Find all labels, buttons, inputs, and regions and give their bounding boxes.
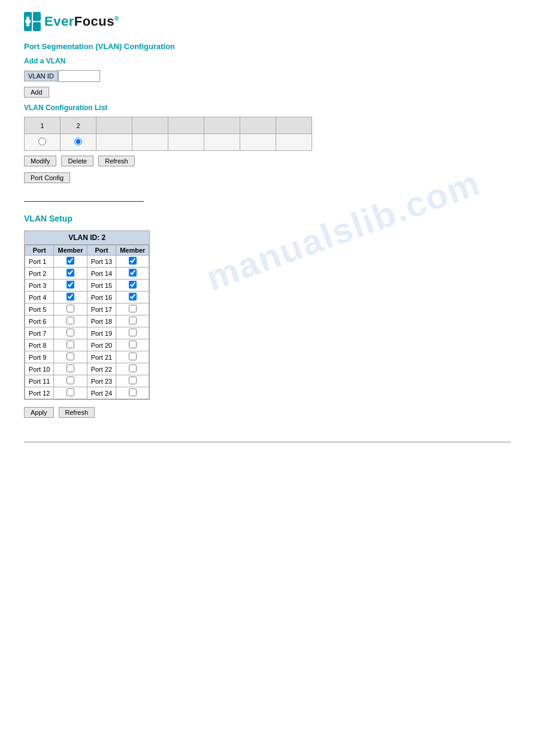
col-member-left: Member xyxy=(54,245,87,256)
member-checkbox-right-8[interactable] xyxy=(116,339,149,351)
checkbox-right-5[interactable] xyxy=(129,305,137,312)
vlan-id-label: VLAN ID xyxy=(24,71,58,81)
add-button[interactable]: Add xyxy=(24,87,49,98)
member-checkbox-left-12[interactable] xyxy=(54,387,87,399)
col-member-right: Member xyxy=(116,245,149,256)
vlan-config-list-title: VLAN Configuration List xyxy=(24,104,511,112)
port-config-button[interactable]: Port Config xyxy=(24,172,70,183)
vlan-radio-2-cell[interactable] xyxy=(61,134,96,151)
port-label-left-3: Port 3 xyxy=(25,280,54,292)
port-row-3: Port 3Port 15 xyxy=(25,280,149,292)
add-vlan-title: Add a VLAN xyxy=(24,57,511,65)
checkbox-left-4[interactable] xyxy=(67,293,74,300)
port-label-right-4: Port 16 xyxy=(87,292,116,303)
checkbox-right-3[interactable] xyxy=(129,281,137,289)
checkbox-left-8[interactable] xyxy=(67,341,74,348)
logo-text: EverFocus® xyxy=(44,14,119,29)
vlan-col-7 xyxy=(240,117,276,134)
member-checkbox-left-8[interactable] xyxy=(54,339,87,351)
port-label-left-2: Port 2 xyxy=(25,268,54,280)
member-checkbox-left-6[interactable] xyxy=(54,315,87,327)
svg-rect-4 xyxy=(25,20,31,23)
port-label-left-4: Port 4 xyxy=(25,292,54,303)
vlan-radio-1[interactable] xyxy=(38,138,46,145)
checkbox-right-10[interactable] xyxy=(129,365,137,372)
apply-button[interactable]: Apply xyxy=(24,407,54,418)
member-checkbox-left-1[interactable] xyxy=(54,256,87,268)
everfocus-logo-icon xyxy=(24,12,41,31)
checkbox-right-1[interactable] xyxy=(129,257,137,265)
col-port-right: Port xyxy=(87,245,116,256)
refresh-button-top[interactable]: Refresh xyxy=(98,156,135,166)
checkbox-left-6[interactable] xyxy=(67,317,74,324)
port-label-left-9: Port 9 xyxy=(25,351,54,363)
checkbox-right-8[interactable] xyxy=(129,341,137,348)
checkbox-left-3[interactable] xyxy=(67,281,74,289)
member-checkbox-left-10[interactable] xyxy=(54,363,87,375)
member-checkbox-left-4[interactable] xyxy=(54,292,87,303)
refresh-button-bottom[interactable]: Refresh xyxy=(59,407,95,418)
vlan-list-header-row: 1 2 xyxy=(25,117,312,134)
port-row-11: Port 11Port 23 xyxy=(25,375,149,387)
member-checkbox-left-11[interactable] xyxy=(54,375,87,387)
vlan-radio-2[interactable] xyxy=(74,138,82,145)
vlan-config-table: 1 2 xyxy=(24,117,312,151)
port-row-10: Port 10Port 22 xyxy=(25,363,149,375)
modify-button[interactable]: Modify xyxy=(24,156,56,166)
vlan-id-header: VLAN ID: 2 xyxy=(25,231,149,245)
member-checkbox-right-7[interactable] xyxy=(116,327,149,339)
logo-reg: ® xyxy=(114,16,119,22)
port-label-right-6: Port 18 xyxy=(87,315,116,327)
member-checkbox-right-5[interactable] xyxy=(116,303,149,315)
member-checkbox-right-2[interactable] xyxy=(116,268,149,280)
port-row-12: Port 12Port 24 xyxy=(25,387,149,399)
checkbox-right-2[interactable] xyxy=(129,269,137,277)
checkbox-left-2[interactable] xyxy=(67,269,74,277)
member-checkbox-right-6[interactable] xyxy=(116,315,149,327)
checkbox-right-7[interactable] xyxy=(129,329,137,336)
vlan-radio-1-cell[interactable] xyxy=(25,134,61,151)
checkbox-right-12[interactable] xyxy=(129,388,137,396)
checkbox-left-7[interactable] xyxy=(67,329,74,336)
member-checkbox-left-3[interactable] xyxy=(54,280,87,292)
port-label-left-11: Port 11 xyxy=(25,375,54,387)
checkbox-left-11[interactable] xyxy=(67,377,74,384)
member-checkbox-right-11[interactable] xyxy=(116,375,149,387)
checkbox-right-11[interactable] xyxy=(129,377,137,384)
member-checkbox-right-9[interactable] xyxy=(116,351,149,363)
vlan-list-buttons: Modify Delete Refresh xyxy=(24,156,511,166)
port-row-9: Port 9Port 21 xyxy=(25,351,149,363)
member-checkbox-left-9[interactable] xyxy=(54,351,87,363)
vlan-setup-buttons: Apply Refresh xyxy=(24,407,511,418)
member-checkbox-right-4[interactable] xyxy=(116,292,149,303)
port-row-1: Port 1Port 13 xyxy=(25,256,149,268)
port-label-right-2: Port 14 xyxy=(87,268,116,280)
vlan-col-8 xyxy=(276,117,312,134)
checkbox-right-6[interactable] xyxy=(129,317,137,324)
member-checkbox-right-3[interactable] xyxy=(116,280,149,292)
member-checkbox-right-1[interactable] xyxy=(116,256,149,268)
port-label-right-7: Port 19 xyxy=(87,327,116,339)
member-checkbox-left-7[interactable] xyxy=(54,327,87,339)
checkbox-right-9[interactable] xyxy=(129,353,137,360)
checkbox-right-4[interactable] xyxy=(129,293,137,300)
member-checkbox-right-10[interactable] xyxy=(116,363,149,375)
port-label-right-5: Port 17 xyxy=(87,303,116,315)
vlan-col-4 xyxy=(132,117,168,134)
checkbox-left-10[interactable] xyxy=(67,365,74,372)
vlan-id-input[interactable] xyxy=(58,70,100,82)
checkbox-left-12[interactable] xyxy=(67,388,74,396)
section-divider xyxy=(24,201,144,202)
checkbox-left-5[interactable] xyxy=(67,305,74,312)
member-checkbox-right-12[interactable] xyxy=(116,387,149,399)
logo-area: EverFocus® xyxy=(24,12,511,31)
delete-button[interactable]: Delete xyxy=(61,156,93,166)
checkbox-left-1[interactable] xyxy=(67,257,74,265)
member-checkbox-left-2[interactable] xyxy=(54,268,87,280)
member-checkbox-left-5[interactable] xyxy=(54,303,87,315)
port-row-5: Port 5Port 17 xyxy=(25,303,149,315)
checkbox-left-9[interactable] xyxy=(67,353,74,360)
port-label-left-6: Port 6 xyxy=(25,315,54,327)
svg-rect-2 xyxy=(33,22,41,31)
vlan-setup-title: VLAN Setup xyxy=(24,214,511,223)
